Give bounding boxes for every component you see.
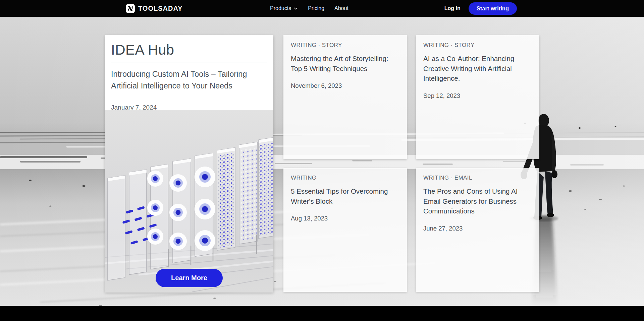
- article-title: AI as a Co-Author: Enhancing Creative Wr…: [423, 54, 531, 83]
- article-category: WRITING · STORY: [291, 42, 400, 49]
- learn-more-button[interactable]: Learn More: [156, 269, 223, 287]
- toolsaday-logo-icon: [126, 4, 135, 13]
- article-date: Aug 13, 2023: [291, 215, 400, 222]
- page-footer: [0, 306, 644, 321]
- article-title: Mastering the Art of Storytelling: Top 5…: [291, 54, 399, 73]
- featured-subtitle: Introducing Custom AI Tools – Tailoring …: [111, 68, 267, 99]
- toolsaday-homepage: TOOLSADAY Products Pricing About Log In …: [0, 0, 644, 321]
- brand-logo[interactable]: TOOLSADAY: [126, 0, 182, 17]
- ai-layers-illustration: [105, 110, 273, 293]
- login-link[interactable]: Log In: [444, 5, 461, 11]
- nav-item-about[interactable]: About: [334, 5, 348, 11]
- hero-section: IDEA Hub Introducing Custom AI Tools – T…: [0, 17, 644, 306]
- main-nav: Products Pricing About: [270, 0, 348, 17]
- article-date: November 6, 2023: [291, 82, 400, 89]
- brand-name: TOOLSADAY: [138, 5, 182, 12]
- chevron-down-icon: [293, 6, 298, 11]
- article-date: Sep 12, 2023: [423, 92, 533, 100]
- article-title: The Pros and Cons of Using AI Email Gene…: [423, 186, 531, 216]
- start-writing-button[interactable]: Start writing: [469, 2, 517, 15]
- featured-title: IDEA Hub: [111, 42, 267, 63]
- featured-card-idea-hub: IDEA Hub Introducing Custom AI Tools – T…: [105, 35, 273, 293]
- featured-card-text: IDEA Hub Introducing Custom AI Tools – T…: [105, 35, 273, 111]
- article-category: WRITING · STORY: [423, 42, 533, 49]
- nav-item-pricing[interactable]: Pricing: [308, 5, 324, 11]
- article-date: June 27, 2023: [423, 225, 533, 232]
- article-card[interactable]: WRITING 5 Essential Tips for Overcoming …: [283, 168, 407, 292]
- article-card[interactable]: WRITING · EMAIL The Pros and Cons of Usi…: [416, 168, 539, 292]
- article-category: WRITING · EMAIL: [423, 175, 533, 181]
- navbar-actions: Log In Start writing: [444, 0, 517, 17]
- article-category: WRITING: [291, 175, 400, 181]
- article-card[interactable]: WRITING · STORY Mastering the Art of Sto…: [283, 35, 407, 159]
- article-title: 5 Essential Tips for Overcoming Writer's…: [291, 186, 399, 206]
- nav-item-products[interactable]: Products: [270, 5, 298, 11]
- top-navbar: TOOLSADAY Products Pricing About Log In …: [0, 0, 644, 17]
- article-card[interactable]: WRITING · STORY AI as a Co-Author: Enhan…: [416, 35, 539, 159]
